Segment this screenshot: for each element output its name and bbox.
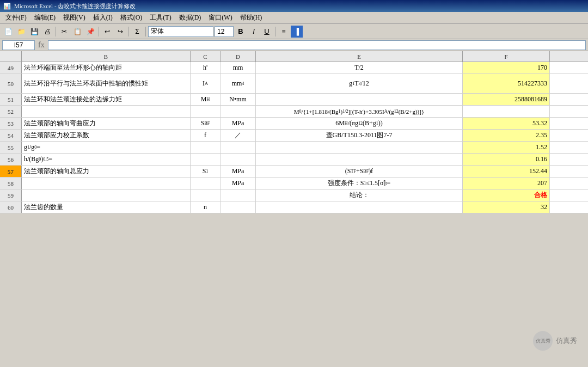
paste-button[interactable]: 📌 [84, 26, 96, 38]
cell-e54[interactable]: 查GB/T150.3-2011图7-7 [256, 130, 463, 141]
cell-c50[interactable]: IA [191, 74, 220, 93]
cell-f59[interactable]: 合格 [463, 189, 550, 201]
watermark-logo: 仿真秀 [533, 331, 553, 351]
cell-c51[interactable]: MH [191, 94, 220, 105]
col-header-f[interactable]: F [463, 51, 550, 62]
col-header-d[interactable]: D [220, 51, 256, 62]
col-header-c[interactable]: C [191, 51, 220, 62]
menu-edit[interactable]: 编辑(E) [31, 12, 59, 23]
menu-tools[interactable]: 工具(T) [146, 12, 174, 23]
font-name-input[interactable] [148, 26, 213, 37]
cell-d58[interactable]: MPa [220, 178, 256, 189]
cell-e53[interactable]: 6MH/(πg12(B+g1)) [256, 118, 463, 129]
cell-b50[interactable]: 法兰环沿平行与法兰环表面中性轴的惯性矩 [22, 74, 191, 93]
cell-c56[interactable] [191, 154, 220, 165]
cell-c57[interactable]: S1 [191, 166, 220, 177]
cell-f60[interactable]: 32 [463, 201, 550, 213]
menu-window[interactable]: 窗口(W) [205, 12, 235, 23]
cell-d49[interactable]: mm [220, 62, 256, 74]
italic-button[interactable]: I [248, 26, 260, 38]
menu-format[interactable]: 格式(O) [117, 12, 146, 23]
separator3 [128, 27, 129, 36]
cell-e50[interactable]: g1T3/12 [256, 74, 463, 93]
cell-c55[interactable] [191, 142, 220, 153]
menu-bar: 文件(F) 编辑(E) 视图(V) 插入(I) 格式(O) 工具(T) 数据(D… [0, 12, 588, 24]
cell-d53[interactable]: MPa [220, 118, 256, 129]
cell-b59[interactable] [22, 189, 191, 201]
menu-view[interactable]: 视图(V) [60, 12, 89, 23]
separator4 [145, 27, 146, 36]
cell-f52[interactable] [463, 106, 550, 117]
cell-c49[interactable]: h' [191, 62, 220, 74]
cell-e52[interactable]: M0/{1+[1.818/(Bg1)1/2][(T-h')+3.305IA/(g… [256, 106, 463, 117]
row-num-header [0, 51, 22, 62]
cell-f49[interactable]: 170 [463, 62, 550, 74]
bold-button[interactable]: B [235, 26, 247, 38]
col-header-e[interactable]: E [256, 51, 463, 62]
redo-button[interactable]: ↪ [114, 26, 126, 38]
menu-file[interactable]: 文件(F) [2, 12, 30, 23]
cell-f54[interactable]: 2.35 [463, 130, 550, 141]
cell-c52[interactable] [191, 106, 220, 117]
cell-b49[interactable]: 法兰环端面至法兰环形心的轴向距 [22, 62, 191, 74]
menu-insert[interactable]: 插入(I) [90, 12, 116, 23]
cell-d57[interactable]: MPa [220, 166, 256, 177]
cut-button[interactable]: ✂ [58, 26, 70, 38]
print-button[interactable]: 🖨 [41, 26, 53, 38]
cell-b56[interactable]: h/(Bg0)0.5= [22, 154, 191, 165]
cell-d54[interactable]: ／ [220, 130, 256, 141]
cell-e60[interactable] [256, 201, 463, 213]
cell-c53[interactable]: SBF [191, 118, 220, 129]
cell-reference-input[interactable] [2, 40, 35, 50]
cell-d60[interactable] [220, 201, 256, 213]
undo-button[interactable]: ↩ [101, 26, 113, 38]
cell-d52[interactable] [220, 106, 256, 117]
cell-f57[interactable]: 152.44 [463, 166, 550, 177]
cell-f53[interactable]: 53.32 [463, 118, 550, 129]
underline-button[interactable]: U [261, 26, 273, 38]
cell-d56[interactable] [220, 154, 256, 165]
cell-e55[interactable] [256, 142, 463, 153]
cell-f50[interactable]: 514227333 [463, 74, 550, 93]
menu-data[interactable]: 数据(D) [176, 12, 205, 23]
cell-c60[interactable]: n [191, 201, 220, 213]
align-left-button[interactable]: ≡ [278, 26, 290, 38]
cell-f51[interactable]: 2588081689 [463, 94, 550, 105]
cell-f55[interactable]: 1.52 [463, 142, 550, 153]
cell-b51[interactable]: 法兰环和法兰颈连接处的边缘力矩 [22, 94, 191, 105]
formula-input[interactable] [48, 40, 586, 50]
font-size-input[interactable] [215, 26, 234, 37]
right-border-button[interactable]: ▐ [291, 26, 303, 38]
cell-e58[interactable]: 强度条件：S1≤1.5[σ]t= [256, 178, 463, 189]
cell-d55[interactable] [220, 142, 256, 153]
watermark-logo-text: 仿真秀 [536, 338, 550, 345]
cell-e59[interactable]: 结论： [256, 189, 463, 201]
cell-c59[interactable] [191, 189, 220, 201]
open-button[interactable]: 📁 [15, 26, 27, 38]
cell-e57[interactable]: (STF+SBF)f [256, 166, 463, 177]
cell-e49[interactable]: T/2 [256, 62, 463, 74]
cell-e56[interactable] [256, 154, 463, 165]
menu-help[interactable]: 帮助(H) [237, 12, 266, 23]
cell-b57[interactable]: 法兰颈部的轴向总应力 [22, 166, 191, 177]
cell-b60[interactable]: 法兰齿的数量 [22, 201, 191, 213]
cell-c58[interactable] [191, 178, 220, 189]
cell-d51[interactable]: N•mm [220, 94, 256, 105]
copy-button[interactable]: 📋 [71, 26, 83, 38]
cell-e51[interactable] [256, 94, 463, 105]
col-header-b[interactable]: B [22, 51, 191, 62]
cell-b52[interactable] [22, 106, 191, 117]
save-button[interactable]: 💾 [28, 26, 40, 38]
cell-f58[interactable]: 207 [463, 178, 550, 189]
cell-b58[interactable] [22, 178, 191, 189]
cell-b53[interactable]: 法兰颈部的轴向弯曲应力 [22, 118, 191, 129]
cell-d59[interactable] [220, 189, 256, 201]
new-button[interactable]: 📄 [2, 26, 14, 38]
sum-button[interactable]: Σ [131, 26, 143, 38]
cell-f56[interactable]: 0.16 [463, 154, 550, 165]
row-number: 51 [0, 94, 22, 105]
cell-c54[interactable]: f [191, 130, 220, 141]
cell-b55[interactable]: g1/g0= [22, 142, 191, 153]
cell-d50[interactable]: mm4 [220, 74, 256, 93]
cell-b54[interactable]: 法兰颈部应力校正系数 [22, 130, 191, 141]
